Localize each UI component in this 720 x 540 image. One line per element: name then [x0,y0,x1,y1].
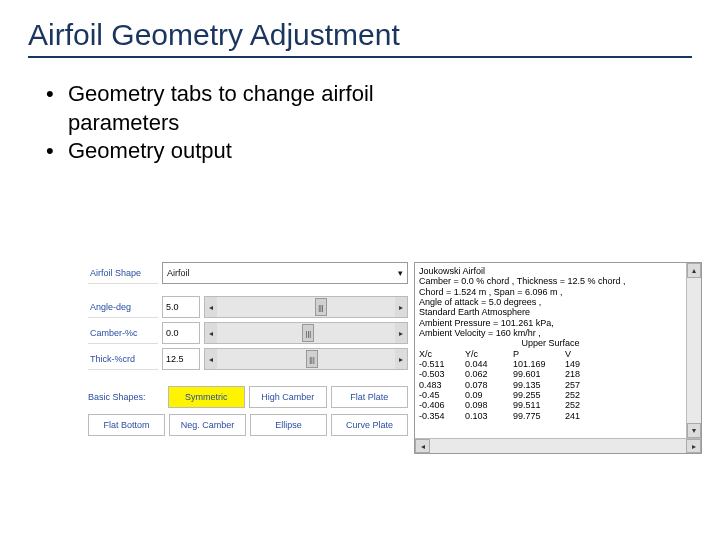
airfoil-shape-select[interactable]: Airfoil ▾ [162,262,408,284]
camber-field[interactable]: 0.0 [162,322,200,344]
table-row: -0.511 0.044 101.169 149 [419,359,682,369]
vertical-scrollbar[interactable]: ▴ ▾ [686,263,701,438]
chevron-down-icon: ▾ [398,268,403,278]
output-line: Chord = 1.524 m , Span = 6.096 m , [419,287,682,297]
output-line: Joukowski Airfoil [419,266,682,276]
table-header: X/c Y/c P V [419,349,682,359]
output-panel: Joukowski Airfoil Camber = 0.0 % chord ,… [414,262,702,454]
thickness-slider[interactable]: ◂ ||| ▸ [204,348,408,370]
arrow-right-icon[interactable]: ▸ [686,439,701,453]
arrow-up-icon[interactable]: ▴ [687,263,701,278]
output-line: Angle of attack = 5.0 degrees , [419,297,682,307]
symmetric-button[interactable]: Symmetric [168,386,246,408]
angle-label: Angle-deg [88,296,158,318]
col-xc: X/c [419,349,465,359]
col-p: P [513,349,565,359]
thickness-field[interactable]: 12.5 [162,348,200,370]
arrow-left-icon[interactable]: ◂ [205,323,217,343]
high-camber-button[interactable]: High Camber [249,386,327,408]
bullet-1-line-1: Geometry tabs to change airfoil [68,81,374,106]
airfoil-shape-label: Airfoil Shape [88,262,158,284]
col-yc: Y/c [465,349,513,359]
screenshot-region: Airfoil Shape Airfoil ▾ Angle-deg 5.0 ◂ … [88,262,702,454]
output-line: Standard Earth Atmosphere [419,307,682,317]
angle-slider[interactable]: ◂ ||| ▸ [204,296,408,318]
title-underline [28,56,692,58]
table-row: -0.45 0.09 99.255 252 [419,390,682,400]
output-line: Ambient Velocity = 160 km/hr , [419,328,682,338]
arrow-right-icon[interactable]: ▸ [395,297,407,317]
output-line: Ambient Pressure = 101.261 kPa, [419,318,682,328]
arrow-down-icon[interactable]: ▾ [687,423,701,438]
horizontal-scrollbar[interactable]: ◂ ▸ [415,438,701,453]
table-row: -0.406 0.098 99.511 252 [419,400,682,410]
bullet-1: Geometry tabs to change airfoil paramete… [46,80,692,137]
neg-camber-button[interactable]: Neg. Camber [169,414,246,436]
table-row: 0.483 0.078 99.135 257 [419,380,682,390]
geometry-panel: Airfoil Shape Airfoil ▾ Angle-deg 5.0 ◂ … [88,262,408,454]
page-title: Airfoil Geometry Adjustment [28,18,692,52]
bullet-list: Geometry tabs to change airfoil paramete… [46,80,692,166]
curve-plate-button[interactable]: Curve Plate [331,414,408,436]
slider-thumb[interactable]: ||| [315,298,327,316]
bullet-2: Geometry output [46,137,692,166]
output-text: Joukowski Airfoil Camber = 0.0 % chord ,… [415,263,686,438]
table-row: -0.354 0.103 99.775 241 [419,411,682,421]
arrow-right-icon[interactable]: ▸ [395,323,407,343]
surface-heading: Upper Surface [419,338,682,348]
slider-thumb[interactable]: ||| [306,350,318,368]
thickness-label: Thick-%crd [88,348,158,370]
bullet-1-line-2: parameters [68,109,692,138]
camber-label: Camber-%c [88,322,158,344]
basic-shapes-label: Basic Shapes: [88,386,164,408]
flat-bottom-button[interactable]: Flat Bottom [88,414,165,436]
flat-plate-button[interactable]: Flat Plate [331,386,409,408]
arrow-left-icon[interactable]: ◂ [415,439,430,453]
col-v: V [565,349,605,359]
arrow-left-icon[interactable]: ◂ [205,349,217,369]
angle-field[interactable]: 5.0 [162,296,200,318]
arrow-left-icon[interactable]: ◂ [205,297,217,317]
airfoil-shape-value: Airfoil [167,268,190,278]
table-row: -0.503 0.062 99.601 218 [419,369,682,379]
arrow-right-icon[interactable]: ▸ [395,349,407,369]
ellipse-button[interactable]: Ellipse [250,414,327,436]
output-line: Camber = 0.0 % chord , Thickness = 12.5 … [419,276,682,286]
camber-slider[interactable]: ◂ ||| ▸ [204,322,408,344]
slider-thumb[interactable]: ||| [302,324,314,342]
